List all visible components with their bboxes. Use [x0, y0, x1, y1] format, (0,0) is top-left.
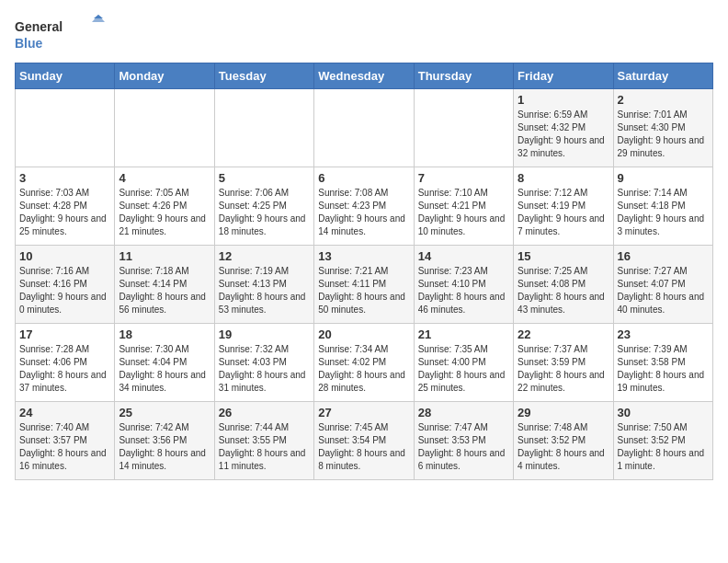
day-info: Sunrise: 7:12 AM Sunset: 4:19 PM Dayligh… [518, 187, 609, 238]
day-info: Sunrise: 7:39 AM Sunset: 3:58 PM Dayligh… [618, 343, 709, 395]
day-cell: 19Sunrise: 7:32 AM Sunset: 4:03 PM Dayli… [214, 324, 313, 402]
day-info: Sunrise: 7:18 AM Sunset: 4:14 PM Dayligh… [119, 265, 210, 316]
day-info: Sunrise: 7:50 AM Sunset: 3:52 PM Dayligh… [618, 421, 709, 473]
day-info: Sunrise: 7:16 AM Sunset: 4:16 PM Dayligh… [19, 265, 110, 316]
day-cell: 27Sunrise: 7:45 AM Sunset: 3:54 PM Dayli… [314, 402, 414, 480]
logo-svg: General Blue [15, 15, 107, 55]
day-cell [115, 89, 214, 167]
day-number: 23 [618, 327, 709, 341]
svg-text:Blue: Blue [15, 36, 43, 51]
day-number: 8 [518, 171, 609, 185]
day-info: Sunrise: 7:10 AM Sunset: 4:21 PM Dayligh… [418, 187, 509, 238]
day-cell: 14Sunrise: 7:23 AM Sunset: 4:10 PM Dayli… [414, 246, 513, 324]
calendar-body: 1Sunrise: 6:59 AM Sunset: 4:32 PM Daylig… [16, 89, 713, 480]
day-info: Sunrise: 7:32 AM Sunset: 4:03 PM Dayligh… [219, 343, 310, 395]
logo: General Blue [15, 15, 107, 55]
day-number: 10 [19, 249, 110, 263]
day-cell: 1Sunrise: 6:59 AM Sunset: 4:32 PM Daylig… [514, 89, 613, 167]
day-info: Sunrise: 7:21 AM Sunset: 4:11 PM Dayligh… [318, 265, 409, 316]
day-cell: 2Sunrise: 7:01 AM Sunset: 4:30 PM Daylig… [613, 89, 712, 167]
calendar-header-row: SundayMondayTuesdayWednesdayThursdayFrid… [16, 63, 713, 89]
day-cell: 11Sunrise: 7:18 AM Sunset: 4:14 PM Dayli… [115, 246, 214, 324]
day-number: 28 [418, 406, 509, 419]
header-cell-thursday: Thursday [414, 63, 513, 89]
week-row-5: 24Sunrise: 7:40 AM Sunset: 3:57 PM Dayli… [16, 402, 713, 480]
day-cell: 23Sunrise: 7:39 AM Sunset: 3:58 PM Dayli… [613, 324, 712, 402]
day-info: Sunrise: 7:45 AM Sunset: 3:54 PM Dayligh… [318, 421, 409, 473]
week-row-2: 3Sunrise: 7:03 AM Sunset: 4:28 PM Daylig… [16, 167, 713, 246]
day-info: Sunrise: 7:47 AM Sunset: 3:53 PM Dayligh… [418, 421, 509, 473]
day-info: Sunrise: 7:35 AM Sunset: 4:00 PM Dayligh… [418, 343, 509, 395]
day-info: Sunrise: 7:27 AM Sunset: 4:07 PM Dayligh… [618, 265, 709, 316]
day-number: 29 [518, 406, 609, 419]
day-info: Sunrise: 7:34 AM Sunset: 4:02 PM Dayligh… [318, 343, 409, 395]
day-cell [414, 89, 513, 167]
day-info: Sunrise: 7:28 AM Sunset: 4:06 PM Dayligh… [19, 343, 110, 395]
day-cell: 12Sunrise: 7:19 AM Sunset: 4:13 PM Dayli… [214, 246, 313, 324]
day-number: 26 [219, 406, 310, 419]
day-info: Sunrise: 7:30 AM Sunset: 4:04 PM Dayligh… [119, 343, 210, 395]
day-number: 11 [119, 249, 210, 263]
day-number: 17 [19, 327, 110, 341]
day-number: 2 [618, 93, 709, 107]
day-cell: 29Sunrise: 7:48 AM Sunset: 3:52 PM Dayli… [514, 402, 613, 480]
day-number: 14 [418, 249, 509, 263]
week-row-1: 1Sunrise: 6:59 AM Sunset: 4:32 PM Daylig… [16, 89, 713, 167]
header-cell-monday: Monday [115, 63, 214, 89]
day-number: 7 [418, 171, 509, 185]
day-cell: 6Sunrise: 7:08 AM Sunset: 4:23 PM Daylig… [314, 167, 414, 246]
header-cell-tuesday: Tuesday [214, 63, 313, 89]
day-info: Sunrise: 6:59 AM Sunset: 4:32 PM Dayligh… [518, 109, 609, 160]
page-header: General Blue [15, 15, 713, 55]
day-cell: 18Sunrise: 7:30 AM Sunset: 4:04 PM Dayli… [115, 324, 214, 402]
day-cell: 20Sunrise: 7:34 AM Sunset: 4:02 PM Dayli… [314, 324, 414, 402]
day-info: Sunrise: 7:19 AM Sunset: 4:13 PM Dayligh… [219, 265, 310, 316]
day-number: 19 [219, 327, 310, 341]
day-cell [214, 89, 313, 167]
day-number: 9 [618, 171, 709, 185]
day-number: 24 [19, 406, 110, 419]
week-row-4: 17Sunrise: 7:28 AM Sunset: 4:06 PM Dayli… [16, 324, 713, 402]
day-info: Sunrise: 7:40 AM Sunset: 3:57 PM Dayligh… [19, 421, 110, 473]
day-cell: 15Sunrise: 7:25 AM Sunset: 4:08 PM Dayli… [514, 246, 613, 324]
day-number: 13 [318, 249, 409, 263]
day-number: 5 [219, 171, 310, 185]
day-cell: 13Sunrise: 7:21 AM Sunset: 4:11 PM Dayli… [314, 246, 414, 324]
day-info: Sunrise: 7:14 AM Sunset: 4:18 PM Dayligh… [618, 187, 709, 238]
day-cell: 4Sunrise: 7:05 AM Sunset: 4:26 PM Daylig… [115, 167, 214, 246]
day-number: 15 [518, 249, 609, 263]
day-number: 27 [318, 406, 409, 419]
day-cell [314, 89, 414, 167]
day-cell: 3Sunrise: 7:03 AM Sunset: 4:28 PM Daylig… [16, 167, 115, 246]
day-cell: 30Sunrise: 7:50 AM Sunset: 3:52 PM Dayli… [613, 402, 712, 480]
day-number: 4 [119, 171, 210, 185]
day-cell: 5Sunrise: 7:06 AM Sunset: 4:25 PM Daylig… [214, 167, 313, 246]
header-cell-friday: Friday [514, 63, 613, 89]
week-row-3: 10Sunrise: 7:16 AM Sunset: 4:16 PM Dayli… [16, 246, 713, 324]
header-cell-wednesday: Wednesday [314, 63, 414, 89]
day-number: 3 [19, 171, 110, 185]
calendar-table: SundayMondayTuesdayWednesdayThursdayFrid… [15, 63, 713, 480]
day-cell: 7Sunrise: 7:10 AM Sunset: 4:21 PM Daylig… [414, 167, 513, 246]
day-number: 1 [518, 93, 609, 107]
day-info: Sunrise: 7:01 AM Sunset: 4:30 PM Dayligh… [618, 109, 709, 160]
day-cell: 28Sunrise: 7:47 AM Sunset: 3:53 PM Dayli… [414, 402, 513, 480]
day-cell: 21Sunrise: 7:35 AM Sunset: 4:00 PM Dayli… [414, 324, 513, 402]
day-cell: 10Sunrise: 7:16 AM Sunset: 4:16 PM Dayli… [16, 246, 115, 324]
day-info: Sunrise: 7:48 AM Sunset: 3:52 PM Dayligh… [518, 421, 609, 473]
day-cell: 16Sunrise: 7:27 AM Sunset: 4:07 PM Dayli… [613, 246, 712, 324]
day-info: Sunrise: 7:44 AM Sunset: 3:55 PM Dayligh… [219, 421, 310, 473]
day-cell: 8Sunrise: 7:12 AM Sunset: 4:19 PM Daylig… [514, 167, 613, 246]
day-cell: 25Sunrise: 7:42 AM Sunset: 3:56 PM Dayli… [115, 402, 214, 480]
day-info: Sunrise: 7:42 AM Sunset: 3:56 PM Dayligh… [119, 421, 210, 473]
day-cell: 17Sunrise: 7:28 AM Sunset: 4:06 PM Dayli… [16, 324, 115, 402]
day-number: 21 [418, 327, 509, 341]
day-info: Sunrise: 7:23 AM Sunset: 4:10 PM Dayligh… [418, 265, 509, 316]
day-cell: 22Sunrise: 7:37 AM Sunset: 3:59 PM Dayli… [514, 324, 613, 402]
logo-text: General Blue [15, 15, 107, 55]
day-cell: 26Sunrise: 7:44 AM Sunset: 3:55 PM Dayli… [214, 402, 313, 480]
day-info: Sunrise: 7:06 AM Sunset: 4:25 PM Dayligh… [219, 187, 310, 238]
day-number: 20 [318, 327, 409, 341]
day-info: Sunrise: 7:05 AM Sunset: 4:26 PM Dayligh… [119, 187, 210, 238]
header-cell-saturday: Saturday [613, 63, 712, 89]
